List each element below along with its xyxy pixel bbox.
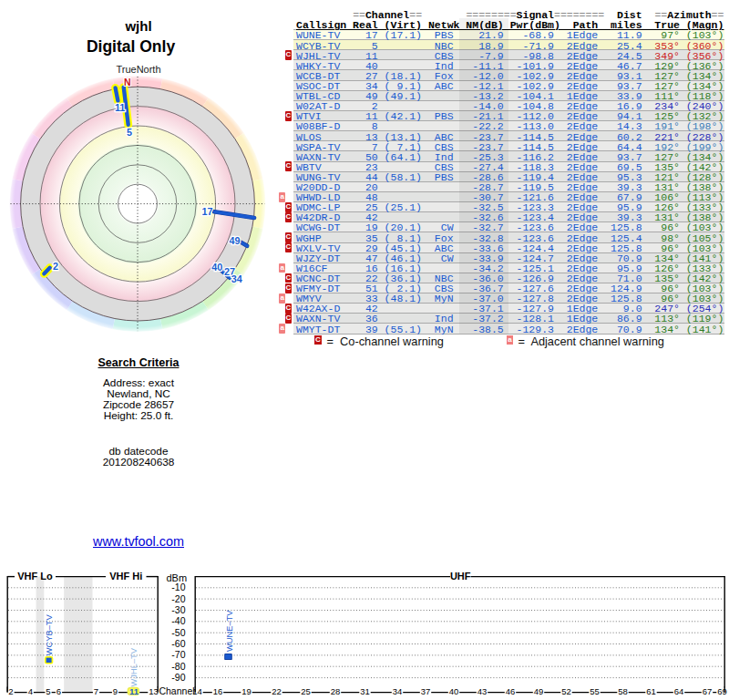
svg-text:40: 40: [449, 686, 459, 696]
svg-text:WUNE–TV: WUNE–TV: [225, 610, 234, 652]
svg-text:7: 7: [94, 686, 98, 696]
svg-text:40: 40: [211, 262, 222, 273]
svg-text:55: 55: [590, 686, 600, 696]
svg-text:28: 28: [331, 686, 341, 696]
svg-text:67: 67: [703, 686, 713, 696]
svg-text:37: 37: [421, 686, 431, 696]
svg-text:25: 25: [301, 686, 311, 696]
svg-text:-10: -10: [171, 582, 185, 592]
svg-text:43: 43: [477, 686, 488, 696]
svg-text:69: 69: [717, 686, 727, 696]
svg-text:2: 2: [8, 686, 13, 696]
svg-text:34: 34: [231, 273, 242, 284]
svg-text:49: 49: [229, 235, 240, 246]
svg-text:58: 58: [618, 686, 628, 696]
svg-text:22: 22: [272, 686, 282, 696]
svg-text:9: 9: [113, 686, 118, 696]
svg-text:6: 6: [56, 686, 61, 696]
svg-text:-60: -60: [171, 638, 185, 649]
svg-text:17: 17: [201, 206, 212, 217]
svg-text:VHF Hi: VHF Hi: [109, 571, 142, 582]
svg-text:5: 5: [127, 127, 132, 138]
svg-text:-50: -50: [171, 627, 185, 638]
svg-text:11: 11: [115, 102, 125, 113]
svg-text:5: 5: [46, 686, 50, 696]
svg-text:13: 13: [149, 686, 159, 696]
svg-text:4: 4: [28, 686, 33, 696]
svg-text:WJHL–TV: WJHL–TV: [129, 647, 139, 686]
svg-text:52: 52: [561, 686, 571, 696]
svg-text:11: 11: [129, 686, 139, 696]
svg-text:-30: -30: [171, 604, 185, 615]
svg-text:-90: -90: [171, 672, 185, 683]
svg-text:WCYB–TV: WCYB–TV: [46, 613, 55, 655]
svg-text:Channel: Channel: [159, 685, 194, 696]
svg-text:2: 2: [53, 261, 58, 272]
svg-text:61: 61: [646, 686, 656, 696]
svg-text:16: 16: [213, 686, 223, 696]
svg-text:64: 64: [674, 686, 684, 696]
svg-text:34: 34: [393, 686, 403, 696]
svg-text:46: 46: [506, 686, 516, 696]
svg-text:31: 31: [360, 686, 370, 696]
svg-text:-20: -20: [171, 593, 185, 604]
svg-text:-80: -80: [171, 661, 185, 672]
svg-text:UHF: UHF: [450, 571, 471, 582]
svg-text:VHF Lo: VHF Lo: [17, 571, 53, 582]
svg-text:19: 19: [241, 686, 252, 696]
svg-text:-40: -40: [171, 615, 185, 626]
svg-text:-70: -70: [171, 649, 185, 660]
svg-text:N: N: [124, 77, 131, 88]
svg-text:49: 49: [534, 686, 544, 696]
